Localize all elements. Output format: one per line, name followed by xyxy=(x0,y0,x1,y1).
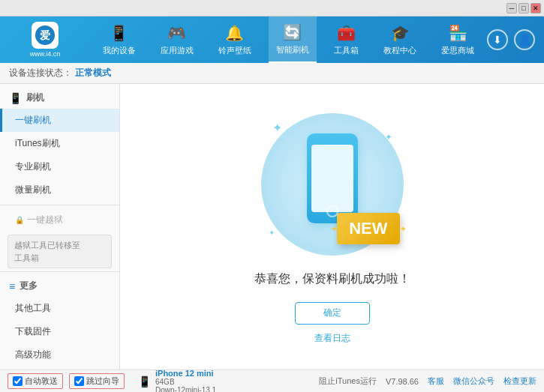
sidebar-item-itunes-flash[interactable]: iTunes刷机 xyxy=(0,132,119,155)
nav-mall-label: 爱思商城 xyxy=(441,45,474,56)
nav-right: ⬇ 👤 xyxy=(487,29,544,50)
status-bar: 设备连接状态： 正常模式 xyxy=(0,63,544,84)
flash-section-label: 刷机 xyxy=(26,91,44,104)
status-value: 正常模式 xyxy=(75,67,111,79)
my-device-icon: 📱 xyxy=(110,24,128,42)
skip-wizard-label: 跳过向导 xyxy=(86,376,119,387)
toolbox-icon: 🧰 xyxy=(337,24,356,42)
ringtones-icon: 🔔 xyxy=(225,24,244,42)
apps-games-icon: 🎮 xyxy=(167,24,186,42)
nav-items: 📱 我的设备 🎮 应用游戏 🔔 铃声壁纸 🔄 智能刷机 🧰 工具箱 🎓 教程中心… xyxy=(90,16,487,63)
nav-toolbox[interactable]: 🧰 工具箱 xyxy=(326,16,366,63)
daily-log-link[interactable]: 查看日志 xyxy=(314,332,350,345)
device-storage: 64GB xyxy=(155,378,216,386)
service-link[interactable]: 客服 xyxy=(428,376,444,387)
phone-screen xyxy=(311,145,353,212)
nav-ringtones[interactable]: 🔔 铃声壁纸 xyxy=(211,16,259,63)
skip-wizard-input[interactable] xyxy=(74,376,84,386)
bottom-right: 阻止iTunes运行 V7.98.66 客服 微信公众号 检查更新 xyxy=(319,376,536,387)
sparkle-3: ✦ xyxy=(269,229,275,237)
new-ribbon-text: NEW xyxy=(337,213,399,244)
mall-icon: 🏪 xyxy=(449,24,467,42)
sidebar-item-advanced[interactable]: 高级功能 xyxy=(0,343,119,367)
auto-flash-input[interactable] xyxy=(13,376,23,386)
nav-toolbox-label: 工具箱 xyxy=(334,45,359,56)
header: 爱 www.i4.cn 📱 我的设备 🎮 应用游戏 🔔 铃声壁纸 🔄 智能刷机 … xyxy=(0,16,544,63)
sidebar-item-other-tools[interactable]: 其他工具 xyxy=(0,297,119,320)
device-details: iPhone 12 mini 64GB Down-12mini-13,1 xyxy=(155,369,216,393)
sparkle-2: ✦ xyxy=(385,132,392,142)
sidebar-item-pro-flash[interactable]: 专业刷机 xyxy=(0,155,119,178)
flash-section-icon: 📱 xyxy=(9,92,22,104)
device-icon: 📱 xyxy=(138,376,151,388)
sidebar-item-download-firmware[interactable]: 下载固件 xyxy=(0,320,119,343)
skip-wizard-checkbox[interactable]: 跳过向导 xyxy=(69,373,125,389)
nav-apps-games[interactable]: 🎮 应用游戏 xyxy=(153,16,201,63)
sidebar-section-more: ≡ 更多 xyxy=(0,275,119,297)
maximize-button[interactable]: □ xyxy=(518,3,529,13)
device-name: iPhone 12 mini xyxy=(155,369,216,378)
sparkle-1: ✦ xyxy=(272,121,282,135)
more-section-label: 更多 xyxy=(20,280,38,292)
status-label: 设备连接状态： xyxy=(9,67,72,79)
logo-url: www.i4.cn xyxy=(30,50,61,58)
device-info: 📱 iPhone 12 mini 64GB Down-12mini-13,1 xyxy=(138,369,216,393)
success-graphic: ✦ ✦ ✦ NEW xyxy=(257,109,407,259)
account-button[interactable]: 👤 xyxy=(514,29,535,50)
wechat-link[interactable]: 微信公众号 xyxy=(453,376,494,387)
logo-area: 爱 www.i4.cn xyxy=(0,22,90,58)
more-section-icon: ≡ xyxy=(9,280,15,292)
success-title: 恭喜您，保资料刷机成功啦！ xyxy=(254,271,410,287)
bottom-bar: 自动敦送 跳过向导 📱 iPhone 12 mini 64GB Down-12m… xyxy=(0,370,544,392)
nav-smart-flash-label: 智能刷机 xyxy=(276,44,309,55)
nav-my-device-label: 我的设备 xyxy=(103,45,136,56)
jailbreak-label: 一键越狱 xyxy=(27,214,63,226)
nav-ringtones-label: 铃声壁纸 xyxy=(218,45,251,56)
new-badge: NEW xyxy=(337,213,399,244)
minimize-button[interactable]: ─ xyxy=(506,3,517,13)
version-label: V7.98.66 xyxy=(386,377,419,386)
bottom-left: 自动敦送 跳过向导 📱 iPhone 12 mini 64GB Down-12m… xyxy=(8,369,319,393)
sidebar-divider-2 xyxy=(0,271,119,272)
nav-mall[interactable]: 🏪 爱思商城 xyxy=(434,16,482,63)
auto-flash-label: 自动敦送 xyxy=(25,376,58,387)
close-button[interactable]: ✕ xyxy=(530,3,541,13)
lock-icon: 🔒 xyxy=(15,216,24,224)
nav-tutorial[interactable]: 🎓 教程中心 xyxy=(376,16,424,63)
sidebar-item-one-click-flash[interactable]: 一键刷机 xyxy=(0,109,119,132)
jailbreak-note: 越狱工具已转移至工具箱 xyxy=(8,235,112,268)
auto-flash-checkbox[interactable]: 自动敦送 xyxy=(8,373,63,389)
phone-graphic xyxy=(307,133,358,223)
device-version: Down-12mini-13,1 xyxy=(155,386,216,393)
main-layout: 📱 刷机 一键刷机 iTunes刷机 专业刷机 微量刷机 🔒 一键越狱 越狱工具… xyxy=(0,84,544,370)
download-button[interactable]: ⬇ xyxy=(487,29,508,50)
nav-smart-flash[interactable]: 🔄 智能刷机 xyxy=(269,16,317,63)
nav-tutorial-label: 教程中心 xyxy=(383,45,416,56)
phone-home-button xyxy=(326,205,338,217)
itunes-status: 阻止iTunes运行 xyxy=(319,376,377,387)
sidebar-section-jailbreak: 🔒 一键越狱 xyxy=(0,208,119,232)
tutorial-icon: 🎓 xyxy=(391,24,410,42)
update-link[interactable]: 检查更新 xyxy=(503,376,536,387)
sidebar-item-micro-flash[interactable]: 微量刷机 xyxy=(0,178,119,202)
nav-apps-games-label: 应用游戏 xyxy=(161,45,194,56)
smart-flash-icon: 🔄 xyxy=(283,23,302,41)
title-bar: ─ □ ✕ xyxy=(0,0,544,16)
confirm-button[interactable]: 确定 xyxy=(295,302,370,325)
logo-icon: 爱 xyxy=(32,22,59,49)
nav-my-device[interactable]: 📱 我的设备 xyxy=(95,16,143,63)
sidebar-divider-1 xyxy=(0,205,119,205)
sidebar: 📱 刷机 一键刷机 iTunes刷机 专业刷机 微量刷机 🔒 一键越狱 越狱工具… xyxy=(0,84,120,370)
sidebar-section-flash: 📱 刷机 xyxy=(0,87,119,109)
svg-text:爱: 爱 xyxy=(40,29,50,41)
content-area: ✦ ✦ ✦ NEW 恭喜您，保资料刷机成功啦！ 确定 查看日志 xyxy=(120,84,544,370)
